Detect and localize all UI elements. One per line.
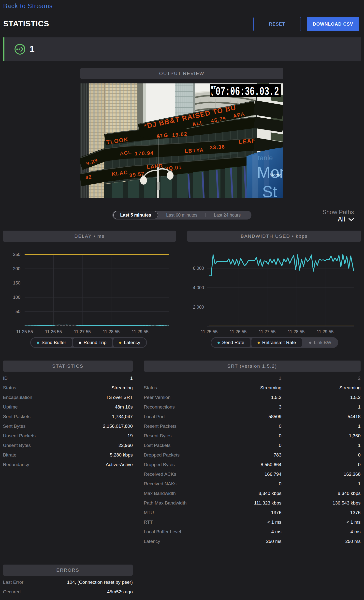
svg-text:LEAF: LEAF — [239, 137, 256, 145]
svg-text:11:26:55: 11:26:55 — [230, 329, 247, 334]
svg-text:11:27:55: 11:27:55 — [259, 329, 276, 334]
svg-text:tanle: tanle — [258, 154, 273, 162]
svg-text:11:26:55: 11:26:55 — [45, 329, 62, 334]
svg-text:11:25:55: 11:25:55 — [201, 329, 218, 334]
svg-text:07:06:36.03.2: 07:06:36.03.2 — [216, 85, 279, 98]
svg-text:33.36: 33.36 — [209, 144, 225, 150]
svg-text:↳: ↳ — [211, 92, 213, 97]
svg-text:LBTYA: LBTYA — [185, 147, 204, 154]
svg-text:St: St — [262, 183, 277, 198]
svg-text:Morga: Morga — [270, 173, 282, 177]
svg-text:50: 50 — [15, 309, 20, 314]
svg-text:100: 100 — [13, 295, 20, 300]
svg-text:11:29:55: 11:29:55 — [132, 329, 149, 334]
svg-text:200: 200 — [13, 266, 20, 271]
svg-text:250: 250 — [13, 252, 20, 257]
svg-text:4,000: 4,000 — [193, 285, 204, 290]
svg-text:Mor: Mor — [257, 163, 283, 181]
svg-text:11:29:55: 11:29:55 — [317, 329, 334, 334]
svg-text:42: 42 — [85, 174, 92, 180]
svg-text:11:27:55: 11:27:55 — [74, 329, 91, 334]
svg-text:2,000: 2,000 — [193, 305, 204, 310]
svg-text:150: 150 — [13, 281, 20, 285]
svg-text:11:28:55: 11:28:55 — [288, 329, 305, 334]
svg-text:11:28:55: 11:28:55 — [103, 329, 120, 334]
svg-text:GT: GT — [211, 85, 216, 90]
svg-text:170.94: 170.94 — [135, 150, 154, 156]
svg-text:11:25:55: 11:25:55 — [16, 329, 33, 334]
svg-text:6,000: 6,000 — [193, 266, 204, 271]
